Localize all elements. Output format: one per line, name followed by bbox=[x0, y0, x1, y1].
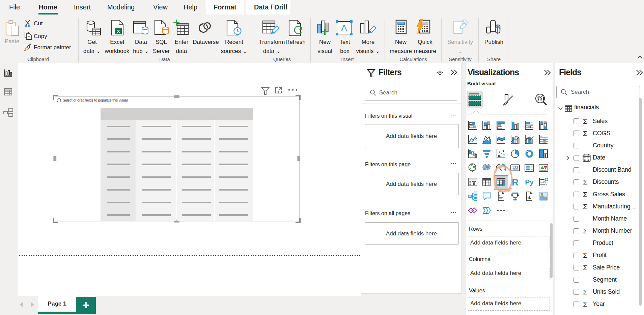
svg-text:A: A bbox=[341, 23, 347, 33]
svg-text:Py: Py bbox=[525, 178, 534, 186]
svg-text:X: X bbox=[117, 28, 120, 34]
